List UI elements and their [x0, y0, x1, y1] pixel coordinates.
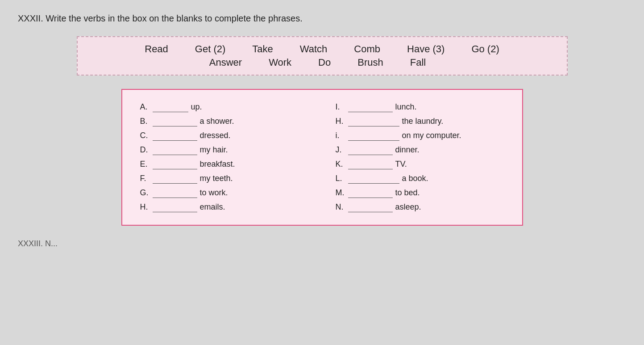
text-f: my teeth.	[200, 174, 233, 183]
word-box: Read Get (2) Take Watch Comb Have (3) Go…	[77, 36, 568, 76]
exercise-item-c: C. dressed.	[140, 131, 309, 141]
right-column: I. lunch. H. the laundry. i. on my compu…	[336, 102, 504, 212]
text-l: a book.	[402, 174, 428, 183]
label-n: N.	[336, 202, 345, 212]
blank-l	[348, 174, 399, 184]
text-g: to work.	[200, 188, 228, 198]
text-j: dinner.	[395, 145, 420, 155]
blank-h-right	[348, 117, 399, 126]
exercise-box-wrapper: A. up. B. a shower. C. dressed. D. my ha…	[18, 89, 626, 226]
exercise-item-f: F. my teeth.	[140, 174, 309, 184]
exercise-item-i-lower: i. on my computer.	[336, 131, 504, 141]
exercise-item-n: N. asleep.	[336, 202, 504, 212]
instruction-text: XXXII. Write the verbs in the box on the…	[18, 13, 626, 24]
blank-d	[153, 145, 197, 155]
label-c: C.	[140, 131, 150, 140]
word-box-wrapper: Read Get (2) Take Watch Comb Have (3) Go…	[18, 36, 626, 76]
blank-i	[348, 102, 393, 112]
exercise-item-i: I. lunch.	[336, 102, 504, 112]
exercise-item-b: B. a shower.	[140, 117, 309, 126]
exercise-item-a: A. up.	[140, 102, 309, 112]
bottom-label: XXXIII. N...	[18, 239, 626, 248]
exercise-item-j: J. dinner.	[336, 145, 504, 155]
label-e: E.	[140, 160, 150, 169]
blank-c	[153, 131, 197, 141]
text-n: asleep.	[395, 202, 421, 212]
text-d: my hair.	[200, 145, 228, 155]
blank-h-left	[153, 202, 197, 212]
blank-k	[348, 160, 393, 169]
label-g: G.	[140, 188, 150, 198]
blank-g	[153, 188, 197, 198]
text-i-lower: on my computer.	[402, 131, 461, 140]
word-brush: Brush	[357, 57, 383, 68]
label-h-left: H.	[140, 202, 150, 212]
word-row-1: Read Get (2) Take Watch Comb Have (3) Go…	[145, 43, 499, 55]
label-i-lower: i.	[336, 131, 345, 140]
word-read: Read	[145, 43, 168, 55]
exercise-item-d: D. my hair.	[140, 145, 309, 155]
exercise-item-e: E. breakfast.	[140, 160, 309, 169]
label-k: K.	[336, 160, 345, 169]
label-f: F.	[140, 174, 150, 183]
word-do: Do	[318, 57, 331, 68]
text-h-left: emails.	[200, 202, 225, 212]
text-c: dressed.	[200, 131, 231, 140]
word-go: Go (2)	[471, 43, 499, 55]
blank-m	[348, 188, 393, 198]
blank-f	[153, 174, 197, 184]
word-have: Have (3)	[407, 43, 445, 55]
text-m: to bed.	[395, 188, 420, 198]
exercise-item-g: G. to work.	[140, 188, 309, 198]
label-j: J.	[336, 145, 345, 155]
text-h-right: the laundry.	[402, 117, 444, 126]
label-i: I.	[336, 102, 345, 112]
blank-i-lower	[348, 131, 399, 141]
label-b: B.	[140, 117, 150, 126]
exercise-item-h-right: H. the laundry.	[336, 117, 504, 126]
label-m: M.	[336, 188, 345, 198]
exercise-item-k: K. TV.	[336, 160, 504, 169]
left-column: A. up. B. a shower. C. dressed. D. my ha…	[140, 102, 309, 212]
blank-j	[348, 145, 393, 155]
word-take: Take	[252, 43, 273, 55]
word-work: Work	[269, 57, 291, 68]
word-comb: Comb	[354, 43, 380, 55]
word-row-2: Answer Work Do Brush Fall	[165, 57, 479, 68]
text-b: a shower.	[200, 117, 234, 126]
text-a: up.	[191, 102, 202, 112]
blank-a	[153, 102, 188, 112]
exercise-item-m: M. to bed.	[336, 188, 504, 198]
text-e: breakfast.	[200, 160, 235, 169]
label-d: D.	[140, 145, 150, 155]
label-l: L.	[336, 174, 345, 183]
exercise-box: A. up. B. a shower. C. dressed. D. my ha…	[121, 89, 523, 226]
label-a: A.	[140, 102, 150, 112]
blank-e	[153, 160, 197, 169]
text-k: TV.	[395, 160, 407, 169]
label-h-right: H.	[336, 117, 345, 126]
blank-n	[348, 202, 393, 212]
word-answer: Answer	[209, 57, 242, 68]
exercise-item-l: L. a book.	[336, 174, 504, 184]
word-fall: Fall	[410, 57, 426, 68]
text-i: lunch.	[395, 102, 417, 112]
word-watch: Watch	[300, 43, 328, 55]
exercise-item-h-left: H. emails.	[140, 202, 309, 212]
word-get: Get (2)	[195, 43, 225, 55]
blank-b	[153, 117, 197, 126]
